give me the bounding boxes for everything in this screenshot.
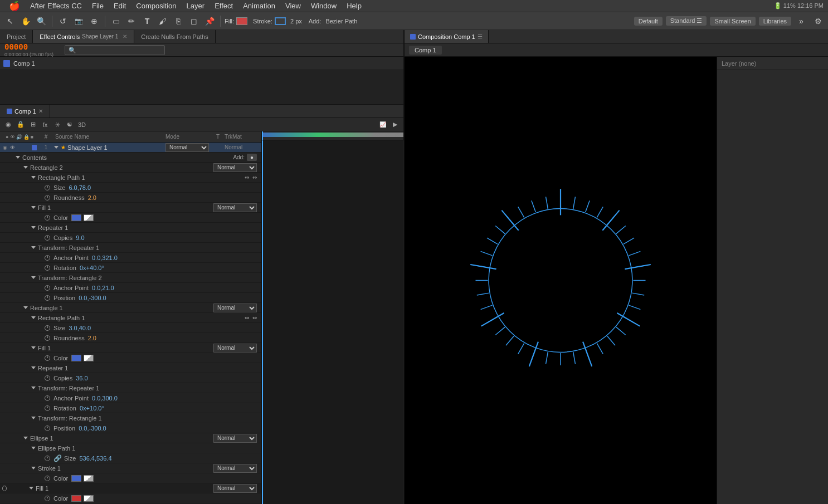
path1-link-icon[interactable]: ⇔: [245, 174, 249, 180]
comp-viewer-tab[interactable]: Composition Comp 1 ☰: [405, 30, 489, 43]
comp-viewer-menu[interactable]: ☰: [478, 33, 483, 40]
ellipse1-stroke1-swatch-blue[interactable]: [71, 475, 81, 482]
project-search[interactable]: [65, 45, 165, 55]
prop-rect2-repeater1[interactable]: Repeater 1: [0, 223, 261, 233]
rect2-transform-tri[interactable]: [31, 276, 36, 279]
rect2-rotation-value[interactable]: 0x+40.0°: [80, 265, 104, 271]
prop-ellipse1-path1[interactable]: Ellipse Path 1: [0, 443, 261, 453]
rect1-tr-pos-stopwatch[interactable]: [45, 425, 50, 431]
tl-graph[interactable]: 📈: [378, 120, 388, 130]
rect2-rotation-stopwatch[interactable]: [45, 265, 50, 271]
prop-rect1-transform-rep1[interactable]: Transform: Repeater 1: [0, 383, 261, 393]
rect2-tr-anchor-stopwatch[interactable]: [45, 285, 50, 291]
ellipse1-path1-tri[interactable]: [31, 447, 36, 449]
prop-ellipse1-fill1[interactable]: Fill 1 Normal: [0, 483, 261, 493]
tl-preview[interactable]: ▶: [390, 120, 400, 130]
tl-props[interactable]: fx: [40, 120, 50, 130]
ellipse1-fill1-mode[interactable]: Normal: [213, 484, 257, 493]
rect1-tr-pos-value[interactable]: 0.0,-300.0: [79, 425, 106, 432]
rect1-round-value[interactable]: 2.0: [88, 335, 96, 341]
prop-ellipse1-stroke1[interactable]: Stroke 1 Normal: [0, 463, 261, 473]
menu-animation[interactable]: Animation: [238, 1, 280, 11]
tl-motion-blur[interactable]: ⚹: [52, 120, 62, 130]
comp-title-tab[interactable]: Comp 1: [409, 46, 442, 55]
tool-text[interactable]: T: [140, 14, 154, 28]
tab-nulls[interactable]: Create Nulls From Paths: [134, 30, 215, 43]
rect1-path1-tri[interactable]: [31, 316, 36, 319]
layer-label-color[interactable]: [32, 145, 37, 150]
menu-composition[interactable]: Composition: [131, 1, 181, 11]
rect1-rotation-value[interactable]: 0x+10.0°: [80, 405, 104, 412]
rect1-copies-stopwatch[interactable]: [45, 375, 50, 381]
tl-lock[interactable]: 🔒: [16, 120, 26, 130]
prop-rect1-path1[interactable]: Rectangle Path 1 ⇔ ⇔: [0, 313, 261, 323]
layer-eye[interactable]: 👁: [9, 144, 15, 151]
rect2-mode[interactable]: Normal: [213, 163, 257, 172]
rect2-fill1-tri[interactable]: [31, 206, 36, 209]
rect2-anchor-stopwatch[interactable]: [45, 255, 50, 261]
ellipse1-size-value[interactable]: 536.4,536.4: [79, 455, 111, 462]
rect1-anchor-value[interactable]: 0.0,300.0: [92, 395, 118, 402]
ellipse1-stroke1-mode[interactable]: Normal: [213, 464, 257, 473]
tool-shape-rect[interactable]: ▭: [109, 14, 123, 28]
rect2-fill1-color-swatch-white[interactable]: [84, 214, 94, 221]
tl-solo-toggle[interactable]: ◉: [3, 120, 13, 130]
tool-arrow[interactable]: ↖: [3, 14, 17, 28]
tl-adjustment[interactable]: ☯: [65, 120, 75, 130]
rect2-tr-pos-value[interactable]: 0.0,-300.0: [79, 295, 106, 301]
layer-expand-tri[interactable]: [54, 146, 59, 149]
layer-mode-select[interactable]: Normal: [165, 143, 209, 152]
rect2-tr-anchor-value[interactable]: 0.0,21.0: [92, 285, 114, 291]
path1-expand-icon[interactable]: ⇔: [252, 174, 257, 180]
tool-brush[interactable]: 🖌: [156, 14, 169, 28]
rect1-fill1-color-stopwatch[interactable]: [45, 355, 50, 361]
timeline-tab-comp1[interactable]: Comp 1 ✕: [0, 105, 50, 118]
ellipse1-stroke1-tri[interactable]: [31, 467, 36, 469]
rect1-round-stopwatch[interactable]: [45, 335, 50, 341]
add-button[interactable]: ●: [247, 154, 257, 161]
rect2-size-value[interactable]: 6.0,78.0: [69, 184, 91, 191]
prop-rect2-path1[interactable]: Rectangle Path 1 ⇔ ⇔: [0, 173, 261, 183]
rect2-round-stopwatch[interactable]: [45, 195, 50, 200]
prop-ellipse1[interactable]: Ellipse 1 Normal: [0, 433, 261, 443]
ellipse1-size-stopwatch[interactable]: [45, 456, 50, 461]
ellipse1-fill1-color-stopwatch[interactable]: [45, 496, 50, 501]
workspace-small-screen[interactable]: Small Screen: [710, 17, 755, 26]
prop-rect1-transform[interactable]: Transform: Rectangle 1: [0, 413, 261, 423]
ellipse1-stroke1-color-stopwatch[interactable]: [45, 476, 50, 481]
menu-edit[interactable]: Edit: [109, 1, 130, 11]
rect2-tr-pos-stopwatch[interactable]: [45, 295, 50, 301]
menu-aftereffects[interactable]: After Effects CC: [26, 1, 86, 11]
rect2-fill1-mode[interactable]: Normal: [213, 203, 257, 212]
rect1-rotation-stopwatch[interactable]: [45, 405, 50, 411]
rect1-size-stopwatch[interactable]: [45, 325, 50, 331]
rect1-transform-rep1-tri[interactable]: [31, 386, 36, 389]
tool-puppet[interactable]: 📌: [203, 14, 216, 28]
rect1-path1-link[interactable]: ⇔: [245, 315, 249, 321]
apple-menu-icon[interactable]: 🍎: [4, 0, 25, 12]
rect1-path1-expand[interactable]: ⇔: [252, 315, 257, 321]
rect1-tri[interactable]: [23, 306, 28, 309]
ellipse1-tri[interactable]: [23, 437, 28, 439]
layer-lock[interactable]: [25, 144, 30, 151]
tool-clone[interactable]: ⎘: [172, 14, 185, 28]
rect2-copies-value[interactable]: 9.0: [76, 234, 84, 241]
tool-eraser[interactable]: ◻: [187, 14, 201, 28]
rect1-fill1-tri[interactable]: [31, 346, 36, 349]
rect2-copies-stopwatch[interactable]: [45, 235, 50, 241]
timeline-tab-close[interactable]: ✕: [38, 108, 43, 114]
rect2-rep1-tri[interactable]: [31, 226, 36, 229]
comp1-tab[interactable]: Comp 1: [13, 60, 35, 67]
layer-audio[interactable]: [17, 144, 23, 151]
rect1-fill1-swatch-white[interactable]: [84, 355, 94, 361]
rect2-fill1-color-swatch-blue[interactable]: [71, 214, 81, 221]
workspace-settings[interactable]: ⚙: [811, 14, 825, 28]
rect2-transform-rep1-tri[interactable]: [31, 246, 36, 249]
rect1-copies-value[interactable]: 36.0: [76, 375, 87, 381]
prop-rect2-transform[interactable]: Transform: Rectangle 2: [0, 273, 261, 283]
rect2-path1-tri[interactable]: [31, 176, 36, 179]
menu-view[interactable]: View: [281, 1, 305, 11]
ellipse1-fill1-tri[interactable]: [29, 487, 33, 490]
workspace-default[interactable]: Default: [634, 17, 663, 26]
tool-move[interactable]: ⊕: [87, 14, 101, 28]
